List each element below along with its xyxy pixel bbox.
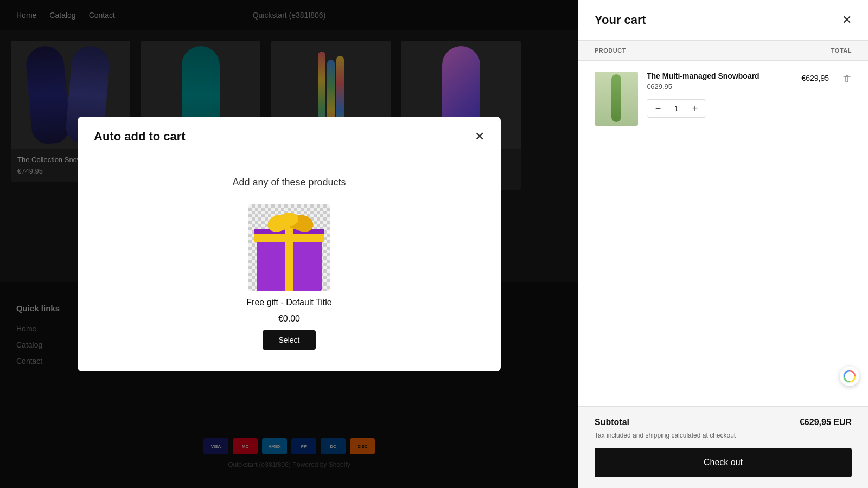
checkout-button[interactable]: Check out <box>595 448 852 477</box>
cart-quantity-control: − 1 + <box>647 99 706 118</box>
cart-sidebar: Your cart ✕ PRODUCT TOTAL The Multi-mana… <box>578 0 868 488</box>
gift-ribbon-horizontal <box>254 234 324 242</box>
cart-items-list: The Multi-managed Snowboard €629,95 − 1 … <box>578 61 868 406</box>
auto-add-modal: Auto add to cart ✕ Add any of these prod… <box>78 117 501 371</box>
cart-item-name: The Multi-managed Snowboard <box>647 72 793 80</box>
total-column-header: TOTAL <box>831 47 852 54</box>
cart-title: Your cart <box>595 13 646 27</box>
modal-title: Auto add to cart <box>94 130 186 144</box>
showcase-product-name: Free gift - Default Title <box>246 298 331 307</box>
modal-overlay: Auto add to cart ✕ Add any of these prod… <box>0 0 578 488</box>
cart-item-delete-button[interactable] <box>842 74 852 86</box>
gift-bow-center <box>280 213 298 226</box>
quantity-decrease-button[interactable]: − <box>652 102 665 115</box>
product-showcase: Free gift - Default Title €0.00 Select <box>94 204 484 350</box>
modal-subtitle: Add any of these products <box>94 177 484 188</box>
subtotal-row: Subtotal €629,95 EUR <box>595 418 852 427</box>
quantity-value: 1 <box>671 104 682 113</box>
select-product-button[interactable]: Select <box>263 330 316 350</box>
modal-header: Auto add to cart ✕ <box>78 117 501 155</box>
cart-columns: PRODUCT TOTAL <box>578 41 868 61</box>
cart-footer: Subtotal €629,95 EUR Tax included and sh… <box>578 406 868 488</box>
svg-point-0 <box>843 370 856 383</box>
product-column-header: PRODUCT <box>595 47 626 54</box>
showcase-item: Free gift - Default Title €0.00 Select <box>246 204 331 350</box>
cart-item-details: The Multi-managed Snowboard €629,95 − 1 … <box>647 72 793 118</box>
tax-note: Tax included and shipping calculated at … <box>595 432 852 439</box>
gift-box-image <box>248 204 330 291</box>
cart-header: Your cart ✕ <box>578 0 868 41</box>
showcase-product-price: €0.00 <box>278 314 300 324</box>
cart-item-image <box>595 72 638 126</box>
modal-body: Add any of these products Free gift - <box>78 155 501 371</box>
subtotal-label: Subtotal <box>595 418 629 427</box>
quantity-increase-button[interactable]: + <box>688 102 701 115</box>
cart-item-total: €629,95 <box>801 74 829 82</box>
cart-item-unit-price: €629,95 <box>647 82 793 91</box>
subtotal-value: €629,95 EUR <box>800 418 852 427</box>
modal-close-button[interactable]: ✕ <box>475 130 484 144</box>
cart-item: The Multi-managed Snowboard €629,95 − 1 … <box>595 72 852 137</box>
cart-close-button[interactable]: ✕ <box>842 13 852 27</box>
spiral-icon <box>840 367 859 386</box>
